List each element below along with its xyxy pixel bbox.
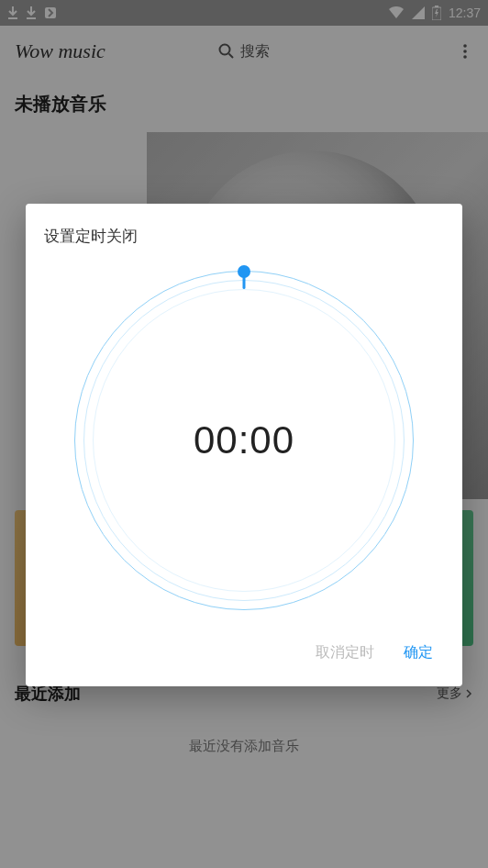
confirm-button[interactable]: 确定 xyxy=(400,638,437,668)
dialog-title: 设置定时关闭 xyxy=(44,226,444,247)
screen-root: 12:37 Wow music 搜索 未播放音乐 最近添加 更多 最 xyxy=(0,0,488,868)
dial-container: 00:00 xyxy=(44,254,444,627)
timer-value: 00:00 xyxy=(74,271,414,610)
sleep-timer-dialog: 设置定时关闭 00:00 取消定时 确定 xyxy=(26,204,462,686)
dialog-actions: 取消定时 确定 xyxy=(44,627,444,679)
cancel-timer-button[interactable]: 取消定时 xyxy=(312,638,378,668)
timer-dial[interactable]: 00:00 xyxy=(74,271,414,610)
